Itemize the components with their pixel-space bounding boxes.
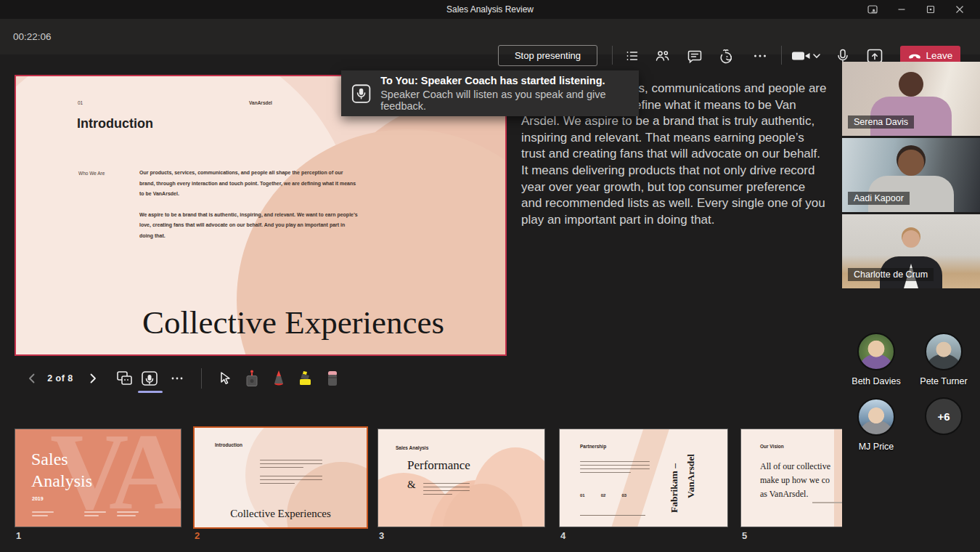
- thumb3-body: [423, 480, 470, 495]
- presented-slide: 01 VanArsdel Introduction Who We Are Our…: [15, 75, 507, 356]
- chat-icon[interactable]: [684, 46, 706, 66]
- slide-display-title: Collective Experiences: [81, 304, 505, 341]
- toast-title: To You: Speaker Coach has started listen…: [380, 75, 629, 86]
- minimize-icon[interactable]: [887, 0, 916, 19]
- speaker-coach-icon[interactable]: [138, 367, 161, 390]
- avatar-pete-turner[interactable]: [925, 333, 963, 370]
- speaker-coach-active-indicator: [138, 391, 163, 393]
- participant-name: MJ Price: [843, 442, 910, 452]
- highlighter-icon[interactable]: [294, 367, 317, 390]
- thumb3-ampersand: &: [407, 479, 416, 491]
- overflow-count: +6: [937, 410, 950, 423]
- toolbar-divider: [612, 46, 613, 65]
- avatar-mj-price[interactable]: [857, 398, 895, 436]
- overflow-participants-badge[interactable]: +6: [925, 397, 963, 435]
- close-icon[interactable]: [945, 0, 974, 19]
- picture-in-picture-icon[interactable]: [858, 0, 887, 19]
- slide-paragraph: Our products, services, communications, …: [139, 168, 359, 200]
- notes-line: year over year growth, but top consumer …: [521, 179, 835, 196]
- thumb3-number: 3: [379, 530, 384, 541]
- pen-icon[interactable]: [267, 367, 290, 390]
- people-icon[interactable]: [651, 46, 673, 66]
- thumb1-year: 2019: [32, 496, 44, 501]
- thumb2-body: [260, 473, 322, 484]
- thumb1-footer: [117, 509, 139, 516]
- notes-line: trust and creating fans that will advoca…: [521, 146, 835, 163]
- meeting-timer: 00:22:06: [13, 31, 52, 42]
- video-tile-aadi[interactable]: Aadi Kapoor: [842, 138, 980, 212]
- more-options-icon[interactable]: [749, 46, 771, 66]
- notes-line: play an important part in doing that.: [521, 212, 835, 229]
- notes-line: inspiring and relevant. That means earni…: [521, 130, 835, 147]
- camera-icon[interactable]: [790, 46, 823, 66]
- laser-pointer-icon[interactable]: [240, 367, 264, 390]
- video-tile-charlotte[interactable]: Charlotte de Crum: [842, 214, 980, 288]
- window-title: Sales Analysis Review: [446, 4, 534, 15]
- nav-more-icon[interactable]: [166, 367, 189, 390]
- thumb-decor: [834, 429, 842, 527]
- thumb5-body: All of our collective make up how we co …: [760, 460, 830, 501]
- thumb5-number: 5: [742, 530, 747, 541]
- thumbnail-slide-4[interactable]: Partnership 01 02 03 Fabrikam – VanArsde…: [559, 429, 728, 527]
- notes-line: It means delivering products that not on…: [521, 163, 835, 179]
- participant-name: Serena Davis: [848, 115, 914, 129]
- thumbnail-slide-3[interactable]: Sales Analysis Performance &: [377, 429, 545, 527]
- thumb4-vertical-text: Fabrikam –: [669, 447, 680, 513]
- thumb1-number: 1: [16, 530, 21, 541]
- thumb4-steps: 01 02 03: [580, 493, 626, 498]
- reactions-icon[interactable]: [716, 46, 738, 66]
- slide-filmstrip: VA Sales Analysis 2019 1 Introduction Co…: [0, 425, 842, 552]
- thumbnail-slide-5[interactable]: Our Vision All of our collective make up…: [740, 429, 842, 527]
- participants-sidebar: Serena Davis Aadi Kapoor Charlotte de Cr…: [842, 54, 980, 552]
- toast-body: Speaker Coach will listen as you speak a…: [380, 89, 629, 112]
- teams-meeting-window: Sales Analysis Review 00:22:06 Stop pres…: [0, 0, 980, 552]
- slide-body: Our products, services, communications, …: [139, 168, 359, 242]
- meeting-toolbar: 00:22:06 Stop presenting Leav: [0, 19, 980, 54]
- participant-name: Charlotte de Crum: [848, 268, 934, 281]
- speaker-coach-toast[interactable]: To You: Speaker Coach has started listen…: [341, 70, 639, 116]
- thumb2-heading: Introduction: [215, 442, 242, 447]
- stop-presenting-button[interactable]: Stop presenting: [498, 45, 597, 66]
- titlebar: Sales Analysis Review: [0, 0, 980, 19]
- window-controls: [858, 0, 974, 19]
- thumb2-number: 2: [195, 530, 200, 541]
- thumb2-body: [260, 457, 322, 468]
- thumbnail-slide-1[interactable]: VA Sales Analysis 2019: [15, 429, 181, 527]
- participant-figure: [898, 150, 924, 176]
- participant-name: Aadi Kapoor: [848, 192, 910, 205]
- toolbar-divider: [781, 46, 782, 65]
- toast-text: To You: Speaker Coach has started listen…: [380, 75, 629, 112]
- thumb1-footer: [32, 509, 54, 516]
- thumb4-divider: [580, 515, 645, 516]
- maximize-icon[interactable]: [916, 0, 945, 19]
- eraser-icon[interactable]: [321, 367, 344, 390]
- participant-figure: [899, 72, 923, 97]
- thumb4-heading: Partnership: [580, 444, 606, 449]
- thumb5-heading: Our Vision: [760, 444, 784, 449]
- thumbnail-slide-2-selected[interactable]: Introduction Collective Experiences: [193, 426, 368, 529]
- thumb4-number: 4: [560, 530, 565, 541]
- pointer-icon[interactable]: [213, 367, 237, 390]
- participant-figure: [902, 230, 920, 248]
- participant-name: Pete Turner: [910, 376, 977, 386]
- slide-position: 2 of 8: [40, 373, 81, 383]
- thumb2-display-title: Collective Experiences: [195, 508, 367, 520]
- thumb-decor: [601, 429, 674, 527]
- thumb1-footer: [84, 509, 106, 516]
- participant-name: Beth Davies: [843, 376, 910, 386]
- slide-section-label: Who We Are: [78, 171, 105, 176]
- agenda-icon[interactable]: [621, 46, 643, 66]
- thumb3-heading: Sales Analysis: [396, 445, 428, 450]
- avatar-beth-davies[interactable]: [857, 333, 895, 370]
- thumb4-vertical-text: VanArsdel: [685, 436, 697, 498]
- video-tile-serena[interactable]: Serena Davis: [842, 62, 980, 136]
- next-slide-icon[interactable]: [81, 367, 105, 390]
- slide-nav-bar: 2 of 8: [0, 367, 508, 393]
- slide-paragraph: We aspire to be a brand that is authenti…: [139, 210, 359, 242]
- slide-heading: Introduction: [77, 116, 153, 131]
- slide-grid-icon[interactable]: [113, 367, 136, 390]
- nav-divider: [201, 368, 202, 389]
- notes-line: and recommended lists as well. Every sin…: [521, 195, 835, 212]
- thumb5-underline: [812, 502, 842, 503]
- thumb1-title: Sales Analysis: [31, 448, 92, 492]
